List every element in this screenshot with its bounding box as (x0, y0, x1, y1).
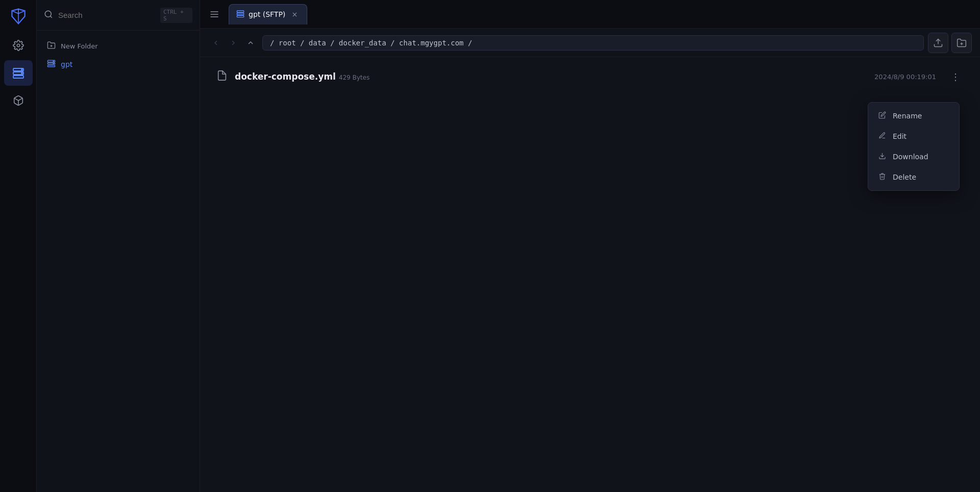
nav-arrows (208, 35, 258, 51)
svg-line-10 (50, 16, 52, 17)
svg-point-7 (21, 73, 22, 74)
svg-point-6 (21, 69, 22, 70)
svg-point-9 (45, 11, 51, 17)
nav-item-gpt[interactable]: gpt (41, 55, 195, 73)
forward-button[interactable] (226, 35, 241, 51)
icon-sidebar (0, 0, 37, 492)
context-download-label: Download (893, 153, 928, 161)
file-list: docker-compose.yml429 Bytes 2024/8/9 00:… (200, 57, 980, 492)
context-delete-label: Delete (893, 173, 916, 181)
sidebar-top (0, 5, 36, 113)
new-folder-button[interactable] (951, 33, 972, 53)
nav-item-new-folder[interactable]: New Folder (41, 37, 195, 55)
connection-label: gpt (61, 60, 72, 68)
context-menu-download[interactable]: Download (868, 146, 959, 167)
breadcrumb-path[interactable]: / root / data / docker_data / chat.mgygp… (262, 35, 924, 51)
app-logo (4, 5, 33, 28)
nav-panel: CTRL + S New Folder (37, 0, 200, 492)
main-area: gpt (SFTP) × / root / data / docker (200, 0, 980, 492)
new-folder-label: New Folder (61, 42, 98, 50)
toolbar-buttons (928, 33, 972, 53)
download-icon (877, 152, 887, 161)
connection-icon (47, 59, 56, 69)
file-icon (216, 70, 228, 83)
upload-button[interactable] (928, 33, 948, 53)
search-input[interactable] (58, 11, 155, 19)
context-menu-delete[interactable]: Delete (868, 167, 959, 187)
svg-rect-23 (237, 15, 243, 17)
tab-label: gpt (SFTP) (249, 10, 285, 18)
tab-close-button[interactable]: × (289, 9, 300, 19)
svg-point-2 (17, 44, 20, 47)
tab-gpt-sftp[interactable]: gpt (SFTP) × (229, 4, 307, 24)
sidebar-item-package[interactable] (4, 88, 33, 113)
context-edit-label: Edit (893, 132, 906, 140)
tab-toggle-button[interactable] (204, 5, 225, 23)
folder-plus-icon (47, 41, 56, 51)
context-menu-edit[interactable]: Edit (868, 126, 959, 146)
context-menu-rename[interactable]: Rename (868, 106, 959, 126)
up-button[interactable] (243, 35, 258, 51)
delete-icon (877, 173, 887, 182)
breadcrumb-bar: / root / data / docker_data / chat.mgygp… (200, 29, 980, 57)
rename-icon (877, 111, 887, 120)
tab-bar: gpt (SFTP) × (200, 0, 980, 29)
search-shortcut: CTRL + S (160, 8, 192, 23)
context-menu: Rename Edit Download (868, 102, 960, 191)
svg-rect-21 (237, 11, 243, 12)
sidebar-item-sftp[interactable] (4, 60, 33, 86)
context-rename-label: Rename (893, 112, 922, 120)
sidebar-item-settings[interactable] (4, 33, 33, 58)
file-date: 2024/8/9 00:19:01 (874, 73, 936, 81)
svg-point-16 (53, 61, 54, 61)
table-row[interactable]: docker-compose.yml429 Bytes 2024/8/9 00:… (208, 62, 972, 91)
svg-rect-22 (237, 13, 243, 14)
search-bar: CTRL + S (37, 0, 200, 31)
svg-rect-15 (47, 65, 55, 67)
svg-point-17 (53, 63, 54, 64)
file-more-button[interactable]: ⋮ (947, 68, 964, 85)
file-name: docker-compose.yml429 Bytes (235, 71, 867, 82)
file-size: 429 Bytes (339, 74, 370, 81)
edit-icon (877, 132, 887, 141)
svg-rect-5 (13, 76, 23, 78)
tab-sftp-icon (236, 10, 244, 19)
search-icon (44, 10, 53, 21)
nav-content: New Folder gpt (37, 31, 200, 492)
back-button[interactable] (208, 35, 224, 51)
